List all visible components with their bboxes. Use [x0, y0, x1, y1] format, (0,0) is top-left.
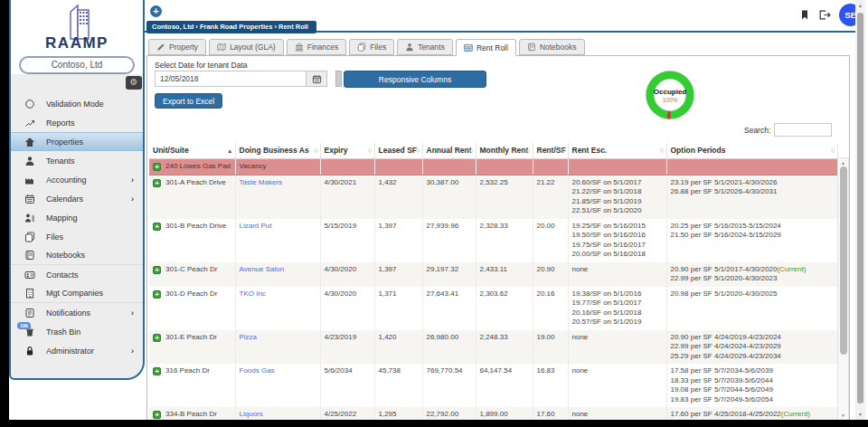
scroll-down-arrow-icon[interactable]: ▼	[838, 413, 848, 418]
add-button[interactable]: +	[150, 5, 162, 17]
files-icon	[357, 43, 366, 52]
column-header-expiry[interactable]: Expiry◇	[320, 143, 374, 159]
annual-rent: 27,939.96	[422, 219, 476, 262]
scroll-up-arrow-icon[interactable]: ▲	[838, 160, 848, 166]
breadcrumb[interactable]: Contoso, Ltd › Frank Road Properties › R…	[146, 21, 316, 33]
column-header-rent-esc-[interactable]: Rent Esc.◇	[568, 143, 666, 159]
tenant-link[interactable]: Taste Makers	[240, 178, 283, 186]
tenant-link[interactable]: Foods Gas	[240, 366, 275, 375]
calendar-icon[interactable]	[307, 71, 327, 87]
expand-row-icon[interactable]: +	[153, 223, 161, 231]
bookmark-icon[interactable]	[799, 9, 810, 21]
tab-notebooks[interactable]: Notebooks	[519, 39, 585, 55]
pencil-icon	[156, 43, 165, 52]
tab-tenants[interactable]: Tenants	[397, 39, 453, 55]
expand-row-icon[interactable]: +	[153, 266, 161, 274]
table-row: +334-B Peach DrLiquors4/25/20221,29522,7…	[149, 407, 837, 420]
responsive-columns-button[interactable]: Responsive Columns	[344, 71, 486, 88]
rent-escalations: 19.25/SF on 5/16/201519.50/SF on 5/16/20…	[568, 219, 666, 262]
date-picker	[155, 71, 327, 87]
page-scrollbar-thumb[interactable]	[857, 13, 863, 403]
sign-out-icon[interactable]	[818, 9, 831, 21]
tab-rent-roll[interactable]: Rent Roll	[456, 39, 516, 56]
sidebar-item-trash-bin[interactable]: 19kTrash Bin	[11, 322, 143, 341]
page-scroll-up-icon[interactable]: ▲	[855, 3, 865, 8]
expand-row-icon[interactable]: +	[153, 411, 161, 419]
chevron-right-icon: ›	[131, 308, 134, 318]
industry-icon	[23, 175, 36, 185]
rent-escalations: 20.60/SF on 5/1/201721.22/SF on 5/1/2018…	[568, 175, 666, 219]
table-row: +301-E Peach DrPizza4/23/20191,42026,980…	[149, 330, 837, 365]
table-scrollbar[interactable]: ▲ ▼	[837, 157, 849, 421]
column-header-option-periods[interactable]: Option Periods◇	[666, 143, 837, 159]
sidebar-item-label: Accounting	[46, 176, 87, 185]
sidebar-item-contacts[interactable]: Contacts	[11, 265, 143, 284]
tenant-link[interactable]: TKO Inc	[240, 289, 266, 298]
occupancy-donut-chart: Occupied 100%	[642, 67, 698, 123]
tenant-link[interactable]: Liquors	[240, 410, 263, 418]
expiry: 4/30/2020	[320, 262, 374, 287]
tab-property[interactable]: Property	[148, 39, 206, 55]
unit-suite: 301-A Peach Drive	[165, 178, 226, 186]
sidebar-item-properties[interactable]: Properties	[11, 132, 143, 151]
tab-label: Rent Roll	[476, 43, 508, 52]
tab-label: Property	[169, 43, 198, 52]
search-input[interactable]	[774, 123, 832, 137]
sidebar-item-calendars[interactable]: Calendars›	[11, 189, 143, 208]
option-periods: 23.19 per SF 5/1/2021-4/30/202626.88 per…	[666, 175, 837, 219]
sidebar-item-files[interactable]: Files	[11, 227, 143, 246]
sidebar-item-tenants[interactable]: Tenants	[11, 151, 143, 170]
sidebar-item-label: Reports	[46, 119, 75, 128]
sidebar-item-administrator[interactable]: Administrator›	[11, 341, 143, 360]
column-header-annual-rent[interactable]: Annual Rent◇	[422, 143, 476, 159]
bank-icon	[295, 43, 304, 52]
sidebar-item-notebooks[interactable]: Notebooks	[11, 246, 143, 265]
tab-finances[interactable]: Finances	[287, 39, 347, 55]
sidebar-item-reports[interactable]: Reports	[11, 113, 143, 132]
rent-roll-table: Unit/Suite▲Doing Business As◇Expiry◇Leas…	[149, 143, 838, 420]
table-scrollbar-thumb[interactable]	[840, 166, 847, 355]
tenant-link[interactable]: Avenue Salon	[240, 265, 285, 273]
export-to-excel-button[interactable]: Export to Excel	[155, 93, 222, 109]
tab-layout-gla-[interactable]: Layout (GLA)	[209, 39, 284, 55]
screenshot-bottom-border	[0, 420, 868, 427]
chevron-right-icon: ›	[131, 195, 134, 204]
tenant-link[interactable]: Pizza	[240, 333, 258, 341]
unit-suite: 301-B Peach Drive	[165, 222, 226, 230]
column-drag-handle[interactable]	[335, 71, 342, 87]
page-scrollbar[interactable]: ▲ ▼	[855, 0, 865, 420]
brand-logo-text: RAAMP	[11, 34, 143, 52]
column-header-doing-business-as[interactable]: Doing Business As◇	[235, 143, 320, 159]
leased-sf: 1,295	[374, 407, 422, 420]
column-header-leased-sf[interactable]: Leased SF◇	[374, 143, 422, 159]
sort-icon: ◇	[660, 147, 665, 153]
sidebar-item-label: Trash Bin	[46, 327, 80, 337]
column-header-rent-sf[interactable]: Rent/SF◇	[533, 143, 568, 159]
tenant-link[interactable]: Lizard Put	[240, 222, 272, 230]
page-scroll-down-icon[interactable]: ▼	[855, 412, 865, 417]
sidebar-item-mgt-companies[interactable]: Mgt Companies	[11, 284, 143, 303]
rent-roll-table-wrap: Unit/Suite▲Doing Business As◇Expiry◇Leas…	[149, 143, 838, 420]
date-input[interactable]	[155, 71, 307, 87]
expand-row-icon[interactable]: +	[153, 163, 161, 171]
circle-icon	[23, 99, 36, 109]
expand-row-icon[interactable]: +	[153, 179, 161, 187]
expand-row-icon[interactable]: +	[153, 367, 161, 375]
tab-files[interactable]: Files	[349, 39, 394, 55]
expand-row-icon[interactable]: +	[153, 334, 161, 342]
sidebar-item-label: Properties	[46, 138, 83, 147]
occupancy-percent: 100%	[663, 97, 678, 103]
column-header-monthly-rent[interactable]: Monthly Rent◇	[476, 143, 533, 159]
rent-per-sf: 20.00	[533, 219, 568, 262]
sidebar-item-mapping[interactable]: Mapping	[11, 208, 143, 227]
company-name-pill: Contoso, Ltd	[19, 56, 135, 74]
leased-sf: 45,738	[374, 364, 422, 407]
column-header-unit-suite[interactable]: Unit/Suite▲	[149, 143, 235, 159]
sidebar-header: RAAMP Contoso, Ltd	[11, 0, 143, 74]
sidebar-item-validation-mode[interactable]: Validation Mode	[11, 94, 143, 113]
sidebar-item-accounting[interactable]: Accounting›	[11, 170, 143, 189]
sidebar-settings-gear-icon[interactable]: ⚙	[126, 76, 142, 90]
sidebar-item-notifications[interactable]: Notifications›	[11, 303, 143, 322]
annual-rent	[422, 159, 476, 176]
expand-row-icon[interactable]: +	[153, 290, 161, 299]
